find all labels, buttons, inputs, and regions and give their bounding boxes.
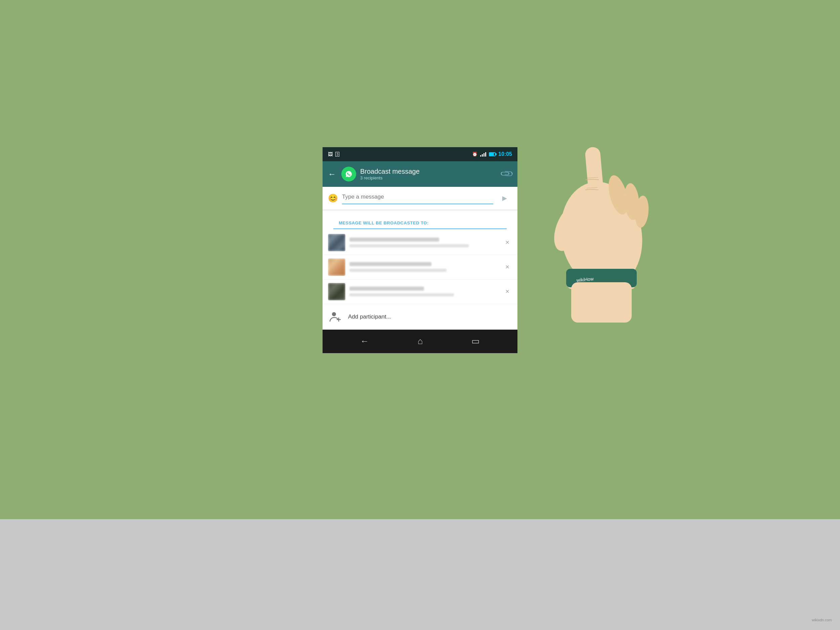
recipient-status-blur [349, 269, 447, 272]
recipient-info [349, 262, 499, 272]
avatar [328, 258, 346, 276]
nav-back-button[interactable]: ← [354, 333, 376, 349]
back-button[interactable]: ← [328, 169, 336, 179]
recipient-item: × [322, 279, 518, 304]
watermark: wikixdn.com [812, 618, 832, 622]
avatar [328, 234, 346, 251]
message-input-area: 😊 ► [322, 187, 518, 210]
recipient-info [349, 238, 499, 247]
recipient-list: × × [322, 231, 518, 304]
header-title: Broadcast message [360, 167, 497, 175]
svg-point-1 [332, 312, 336, 316]
recipient-name-blur [349, 262, 431, 266]
signal-bars-icon [480, 152, 486, 156]
add-participant-button[interactable]: Add participant... [322, 304, 518, 330]
message-input-wrapper [342, 192, 493, 204]
whatsapp-logo [341, 167, 356, 182]
alarm-icon: ⏰ [472, 152, 477, 156]
app-header: ← Broadcast message 3 recipients 📎 [322, 161, 518, 187]
send-icon: ► [501, 194, 509, 203]
status-bar: 🖼 3 ⏰ 10:05 [322, 147, 518, 161]
message-input[interactable] [342, 192, 493, 202]
status-bar-left: 🖼 3 [328, 152, 339, 157]
bottom-nav: ← ⌂ ▭ [322, 330, 518, 353]
send-button[interactable]: ► [497, 191, 512, 205]
input-underline [342, 204, 493, 204]
phone-container: 🖼 3 ⏰ 10:05 [322, 147, 518, 483]
header-subtitle: 3 recipients [360, 175, 497, 180]
nav-recent-button[interactable]: ▭ [465, 333, 486, 349]
status-time: 10:05 [498, 151, 512, 157]
nav-home-button[interactable]: ⌂ [411, 333, 430, 349]
header-text: Broadcast message 3 recipients [360, 167, 497, 180]
status-bar-right: ⏰ 10:05 [472, 151, 512, 157]
page-wrapper: 🖼 3 ⏰ 10:05 [0, 0, 840, 630]
svg-rect-15 [571, 282, 632, 322]
broadcast-header: MESSAGE WILL BE BROADCASTED TO: [333, 215, 507, 229]
hand-illustration: wikiHow [541, 128, 682, 322]
battery-icon [489, 152, 496, 156]
add-participant-icon [328, 309, 343, 324]
emoji-button[interactable]: 😊 [328, 194, 338, 203]
broadcast-panel: MESSAGE WILL BE BROADCASTED TO: × [322, 210, 518, 330]
remove-recipient-button[interactable]: × [503, 261, 512, 273]
broadcast-header-wrapper: MESSAGE WILL BE BROADCASTED TO: [322, 210, 518, 231]
attachment-icon[interactable]: 📎 [499, 166, 515, 182]
recipient-status-blur [349, 244, 469, 247]
recipient-name-blur [349, 287, 424, 291]
screenshot-icon: 3 [335, 152, 339, 156]
recipient-name-blur [349, 238, 439, 242]
avatar [328, 283, 346, 300]
gray-bottom-section [0, 519, 840, 630]
remove-recipient-button[interactable]: × [503, 236, 512, 249]
add-participant-label: Add participant... [348, 314, 391, 320]
recipient-status-blur [349, 293, 454, 296]
recipient-info [349, 287, 499, 296]
gallery-icon: 🖼 [328, 152, 333, 157]
remove-recipient-button[interactable]: × [503, 285, 512, 298]
broadcast-header-text: MESSAGE WILL BE BROADCASTED TO: [339, 220, 429, 226]
recipient-item: × [322, 255, 518, 279]
recipient-item: × [322, 231, 518, 255]
